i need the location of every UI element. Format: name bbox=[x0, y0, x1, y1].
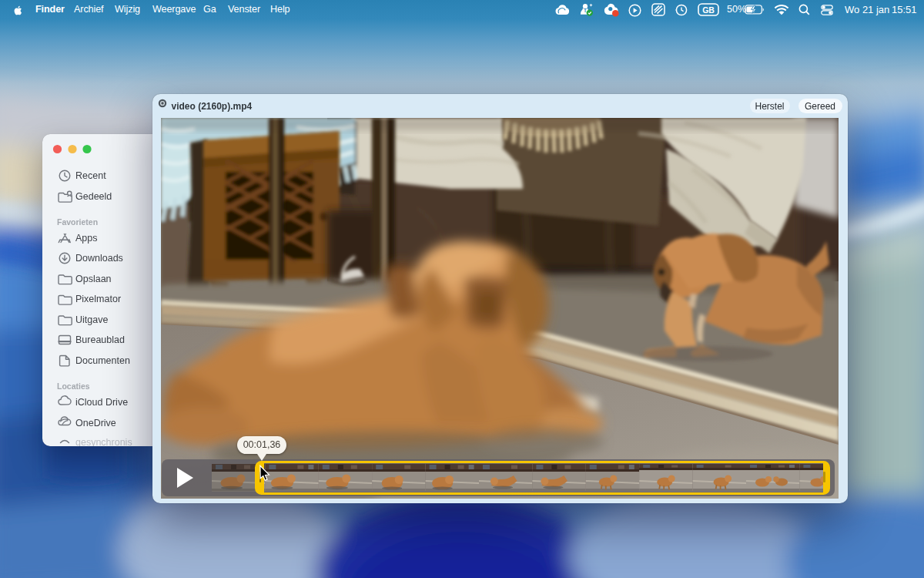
svg-text:gesynchronis: gesynchronis bbox=[75, 437, 132, 446]
svg-text:Uitgave: Uitgave bbox=[75, 314, 108, 325]
svg-text:Pixelmator: Pixelmator bbox=[75, 294, 121, 304]
svg-text:Downloads: Downloads bbox=[75, 253, 123, 264]
svg-text:Favorieten: Favorieten bbox=[57, 217, 98, 227]
svg-text:Locaties: Locaties bbox=[57, 381, 90, 391]
svg-text:Opslaan: Opslaan bbox=[75, 274, 112, 284]
svg-text:Documenten: Documenten bbox=[75, 355, 130, 366]
svg-text:Gedeeld: Gedeeld bbox=[75, 191, 112, 202]
svg-text:T: T bbox=[584, 8, 587, 13]
svg-text:OneDrive: OneDrive bbox=[75, 418, 116, 428]
svg-text:Recent: Recent bbox=[75, 170, 106, 181]
svg-text:iCloud Drive: iCloud Drive bbox=[75, 397, 128, 408]
svg-text:GB: GB bbox=[702, 5, 715, 15]
svg-text:Bureaublad: Bureaublad bbox=[75, 334, 125, 345]
svg-text:Apps: Apps bbox=[75, 233, 98, 244]
